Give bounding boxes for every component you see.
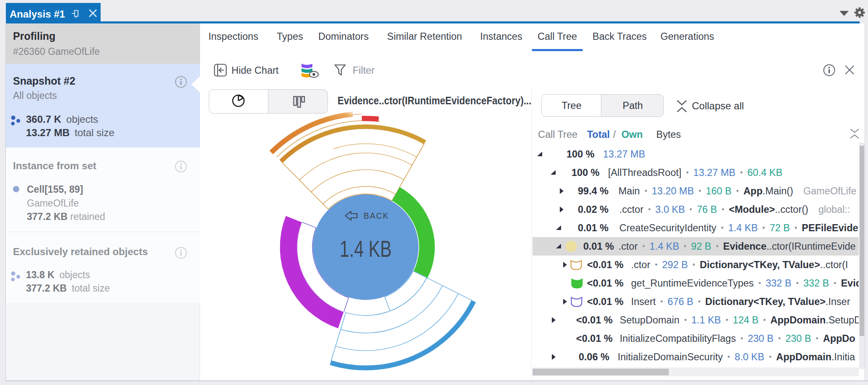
svg-text:BACK: BACK: [364, 211, 389, 220]
svg-text:1.4 KB: 1.4 KB: [340, 235, 392, 262]
